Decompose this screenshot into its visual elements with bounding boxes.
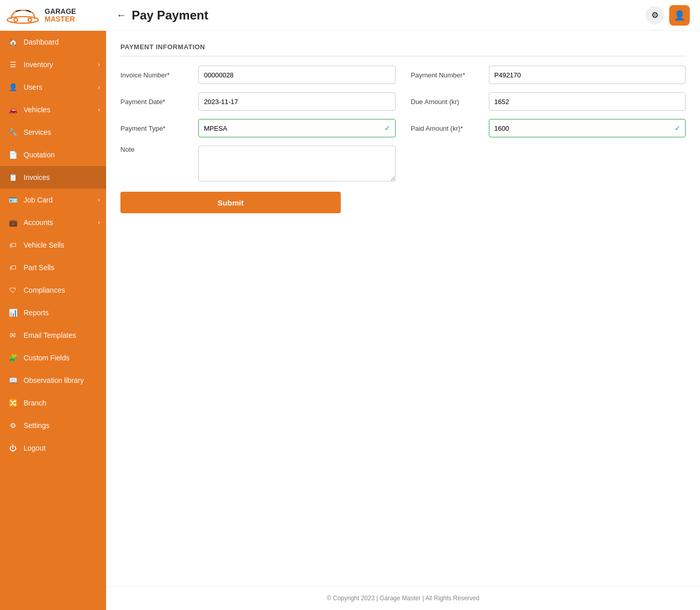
sidebar-label-vehicles: Vehicles (24, 106, 50, 114)
sidebar-item-emailtemplates[interactable]: ✉ Email Templates (0, 324, 106, 347)
paid-amount-input[interactable] (489, 119, 686, 137)
chevron-right-icon: › (98, 106, 100, 113)
sidebar-item-jobcard[interactable]: 🪪 Job Card › (0, 189, 106, 211)
emailtemplates-icon: ✉ (8, 331, 17, 340)
sidebar-label-customfields: Custom Fields (24, 354, 69, 362)
sidebar-item-branch[interactable]: 🔀 Branch (0, 392, 106, 414)
sidebar-item-partsells[interactable]: 🏷 Part Sells (0, 256, 106, 279)
sidebar-label-reports: Reports (24, 309, 49, 317)
payment-number-row: Payment Number* (411, 66, 686, 84)
sidebar-item-logout[interactable]: ⏻ Logout (0, 437, 106, 459)
sidebar-label-dashboard: Dashboard (24, 38, 59, 46)
sidebar-label-logout: Logout (24, 444, 46, 452)
user-icon: 👤 (8, 83, 17, 92)
logo-area: GARAGE MASTER (0, 0, 106, 31)
sidebar-label-invoices: Invoices (24, 173, 50, 181)
sidebar-item-accounts[interactable]: 💼 Accounts › (0, 211, 106, 234)
page-title: Pay Payment (132, 8, 208, 23)
sidebar-label-branch: Branch (24, 399, 46, 407)
payment-type-select[interactable]: MPESA CASH CARD (198, 119, 396, 137)
paid-amount-input-wrapper: ✓ (489, 119, 686, 137)
sidebar-item-reports[interactable]: 📊 Reports (0, 301, 106, 324)
sidebar-label-partsells: Part Sells (24, 263, 54, 272)
sidebar-label-settings: Settings (24, 421, 50, 430)
vehicles-icon: 🚗 (8, 105, 17, 114)
payment-type-label: Payment Type* (120, 125, 192, 132)
svg-point-0 (7, 16, 38, 23)
due-amount-input[interactable] (489, 92, 686, 111)
services-icon: 🔧 (8, 128, 17, 137)
chevron-right-icon: › (98, 61, 100, 68)
sidebar-item-vehiclesells[interactable]: 🏷 Vehicle Sells (0, 234, 106, 256)
sidebar-item-dashboard[interactable]: 🏠 Dashboard (0, 31, 106, 53)
submit-button[interactable]: Submit (120, 192, 341, 213)
accounts-icon: 💼 (8, 218, 17, 227)
topbar-actions: ⚙ 👤 (646, 5, 690, 26)
invoice-number-label: Invoice Number* (120, 71, 192, 79)
logo-text: GARAGE MASTER (45, 8, 76, 24)
sidebar-item-invoices[interactable]: 📋 Invoices (0, 166, 106, 189)
payment-form: Invoice Number* Payment Number* Payment … (120, 66, 686, 181)
logout-icon: ⏻ (8, 443, 17, 453)
user-avatar-button[interactable]: 👤 (669, 5, 690, 26)
sidebar-label-services: Services (24, 128, 51, 136)
sidebar: GARAGE MASTER 🏠 Dashboard ☰ Inventory › … (0, 0, 106, 610)
sidebar-label-users: Users (24, 83, 43, 91)
section-title: PAYMENT INFORMATION (120, 43, 686, 56)
payment-date-row: Payment Date* (120, 92, 396, 111)
sidebar-item-customfields[interactable]: 🧩 Custom Fields (0, 347, 106, 369)
sidebar-item-users[interactable]: 👤 Users › (0, 76, 106, 98)
logo-car-icon (6, 7, 39, 25)
payment-number-label: Payment Number* (411, 71, 483, 79)
footer: © Copyright 2023 | Garage Master | All R… (106, 586, 700, 610)
note-textarea[interactable] (198, 146, 396, 181)
payment-number-input[interactable] (489, 66, 686, 84)
payment-date-label: Payment Date* (120, 98, 192, 106)
gear-button[interactable]: ⚙ (646, 6, 664, 25)
back-arrow-icon: ← (116, 9, 127, 21)
sidebar-item-quotation[interactable]: 📄 Quotation (0, 144, 106, 166)
sidebar-item-settings[interactable]: ⚙ Settings (0, 414, 106, 437)
sidebar-item-services[interactable]: 🔧 Services (0, 121, 106, 144)
vehiclesells-icon: 🏷 (8, 240, 17, 250)
chevron-right-icon: › (98, 196, 100, 204)
inventory-icon: ☰ (8, 60, 17, 69)
partsells-icon: 🏷 (8, 263, 17, 272)
note-row: Note (120, 146, 396, 181)
submit-row: Submit (120, 192, 686, 213)
invoice-number-row: Invoice Number* (120, 66, 396, 84)
footer-text: © Copyright 2023 | Garage Master | All R… (327, 595, 480, 602)
sidebar-item-inventory[interactable]: ☰ Inventory › (0, 53, 106, 76)
sidebar-label-jobcard: Job Card (24, 196, 53, 204)
invoice-number-input[interactable] (198, 66, 396, 84)
due-amount-row: Due Amount (kr) (411, 92, 686, 111)
note-label: Note (120, 146, 192, 153)
compliances-icon: 🛡 (8, 286, 17, 295)
sidebar-item-observationlibrary[interactable]: 📖 Observation library (0, 369, 106, 392)
main-area: ← Pay Payment ⚙ 👤 PAYMENT INFORMATION In… (106, 0, 700, 610)
branch-icon: 🔀 (8, 398, 17, 408)
page-title-area: ← Pay Payment (116, 8, 208, 23)
chevron-right-icon: › (98, 84, 100, 91)
svg-point-3 (14, 18, 17, 21)
payment-type-select-wrapper: MPESA CASH CARD ✓ (198, 119, 396, 137)
due-amount-label: Due Amount (kr) (411, 98, 483, 106)
sidebar-label-observationlibrary: Observation library (24, 376, 84, 384)
jobcard-icon: 🪪 (8, 195, 17, 205)
payment-date-input[interactable] (198, 92, 396, 111)
sidebar-item-vehicles[interactable]: 🚗 Vehicles › (0, 98, 106, 121)
logo-master: MASTER (45, 15, 76, 23)
invoices-icon: 📋 (8, 173, 17, 182)
paid-amount-label: Paid Amount (kr)* (411, 125, 483, 132)
sidebar-label-inventory: Inventory (24, 60, 53, 69)
home-icon: 🏠 (8, 37, 17, 47)
sidebar-label-emailtemplates: Email Templates (24, 331, 76, 339)
sidebar-item-compliances[interactable]: 🛡 Compliances (0, 279, 106, 301)
sidebar-label-accounts: Accounts (24, 218, 53, 227)
quotation-icon: 📄 (8, 150, 17, 159)
logo-garage: GARAGE (45, 8, 76, 15)
content-area: PAYMENT INFORMATION Invoice Number* Paym… (106, 31, 700, 586)
back-button[interactable]: ← (116, 9, 127, 21)
gear-icon: ⚙ (651, 10, 658, 20)
sidebar-label-vehiclesells: Vehicle Sells (24, 241, 64, 249)
